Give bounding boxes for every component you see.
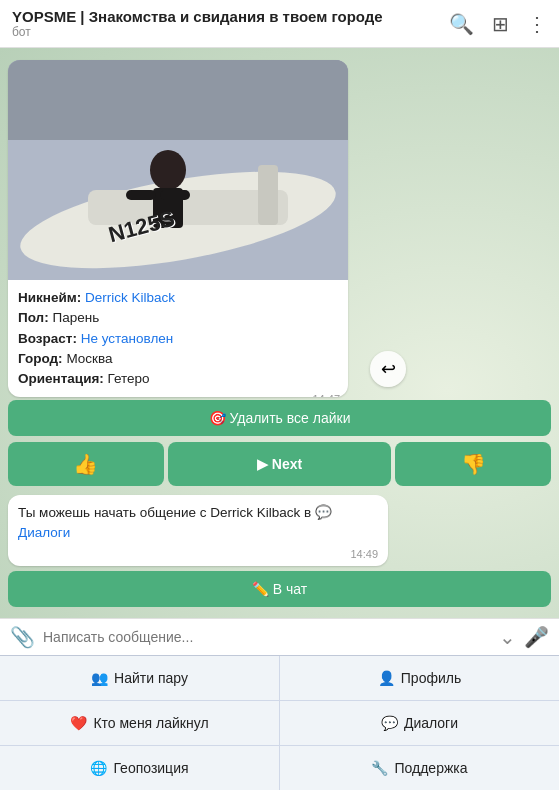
who-liked-button[interactable]: ❤️ Кто меня лайкнул: [0, 701, 279, 745]
geoposition-button[interactable]: 🌐 Геопозиция: [0, 746, 279, 790]
notif-chat-icon: 💬: [315, 505, 332, 520]
orientation-value: Гетеро: [108, 371, 150, 386]
thumb-up-icon: 👍: [73, 452, 98, 476]
notification-bubble: Ты можешь начать общение с Derrick Kilba…: [8, 495, 388, 566]
profile-info: Никнейм: Derrick Kilback Пол: Парень Воз…: [8, 280, 348, 393]
support-button[interactable]: 🔧 Поддержка: [280, 746, 559, 790]
gender-row: Пол: Парень: [18, 308, 338, 328]
notif-text-before: Ты можешь начать общение с Derrick Kilba…: [18, 505, 311, 520]
support-icon: 🔧: [371, 760, 388, 776]
city-row: Город: Москва: [18, 349, 338, 369]
layout-icon[interactable]: ⊞: [492, 12, 509, 36]
svg-point-5: [150, 150, 186, 190]
chat-title: YOPSME | Знакомства и свидания в твоем г…: [12, 8, 449, 25]
geo-icon: 🌐: [90, 760, 107, 776]
chat-subtitle: бот: [12, 25, 449, 39]
thumb-down-button[interactable]: 👎: [395, 442, 551, 486]
svg-rect-1: [8, 60, 348, 140]
nickname-row: Никнейм: Derrick Kilback: [18, 288, 338, 308]
orientation-label: Ориентация:: [18, 371, 104, 386]
header: YOPSME | Знакомства и свидания в твоем г…: [0, 0, 559, 48]
svg-rect-8: [160, 190, 190, 200]
heart-icon: ❤️: [70, 715, 87, 731]
gender-label: Пол:: [18, 310, 49, 325]
dialogs-icon: 💬: [381, 715, 398, 731]
notif-link[interactable]: Диалоги: [18, 525, 70, 540]
thumb-up-button[interactable]: 👍: [8, 442, 164, 486]
input-bar: 📎 ⌄ 🎤: [0, 618, 559, 655]
gender-value: Парень: [52, 310, 99, 325]
nickname-value: Derrick Kilback: [85, 290, 175, 305]
chevron-down-icon[interactable]: ⌄: [499, 625, 516, 649]
support-label: Поддержка: [394, 760, 467, 776]
profile-image: N125S: [8, 60, 348, 280]
search-icon[interactable]: 🔍: [449, 12, 474, 36]
age-value: Не установлен: [81, 331, 174, 346]
attach-icon[interactable]: 📎: [10, 625, 35, 649]
bottom-keyboard: 👥 Найти пару 👤 Профиль ❤️ Кто меня лайкн…: [0, 655, 559, 790]
next-button[interactable]: ▶ Next: [168, 442, 392, 486]
profile-label: Профиль: [401, 670, 461, 686]
who-liked-label: Кто меня лайкнул: [93, 715, 208, 731]
action-buttons-row: 👍 ▶ Next 👎: [8, 442, 551, 486]
find-pair-label: Найти пару: [114, 670, 188, 686]
airplane-svg: [8, 60, 348, 280]
mic-icon[interactable]: 🎤: [524, 625, 549, 649]
header-actions: 🔍 ⊞ ⋮: [449, 12, 547, 36]
thumb-down-icon: 👎: [461, 452, 486, 476]
notif-time: 14:49: [18, 544, 378, 563]
city-label: Город:: [18, 351, 63, 366]
delete-likes-button[interactable]: 🎯 Удалить все лайки: [8, 400, 551, 436]
menu-icon[interactable]: ⋮: [527, 12, 547, 36]
bubble-time-1: 14:47: [8, 393, 348, 397]
header-info: YOPSME | Знакомства и свидания в твоем г…: [12, 8, 449, 39]
next-play-icon: ▶: [257, 456, 268, 472]
dialogs-button[interactable]: 💬 Диалоги: [280, 701, 559, 745]
city-value: Москва: [66, 351, 112, 366]
svg-rect-4: [258, 165, 278, 225]
in-chat-button[interactable]: ✏️ В чат: [8, 571, 551, 607]
nickname-label: Никнейм:: [18, 290, 81, 305]
find-pair-icon: 👥: [91, 670, 108, 686]
message-input[interactable]: [43, 629, 491, 645]
profile-button[interactable]: 👤 Профиль: [280, 656, 559, 700]
age-row: Возраст: Не установлен: [18, 329, 338, 349]
profile-icon: 👤: [378, 670, 395, 686]
find-pair-button[interactable]: 👥 Найти пару: [0, 656, 279, 700]
airplane-scene: N125S: [8, 60, 348, 280]
geoposition-label: Геопозиция: [113, 760, 188, 776]
age-label: Возраст:: [18, 331, 77, 346]
reply-icon[interactable]: ↩: [370, 351, 406, 387]
dialogs-label: Диалоги: [404, 715, 458, 731]
next-label: Next: [272, 456, 302, 472]
chat-area: N125S Никнейм: Derrick Kilback Пол: Паре…: [0, 48, 559, 618]
orientation-row: Ориентация: Гетеро: [18, 369, 338, 389]
reply-icon-wrap: ↩: [370, 351, 406, 387]
svg-rect-7: [126, 190, 156, 200]
profile-message-bubble: N125S Никнейм: Derrick Kilback Пол: Паре…: [8, 60, 348, 397]
